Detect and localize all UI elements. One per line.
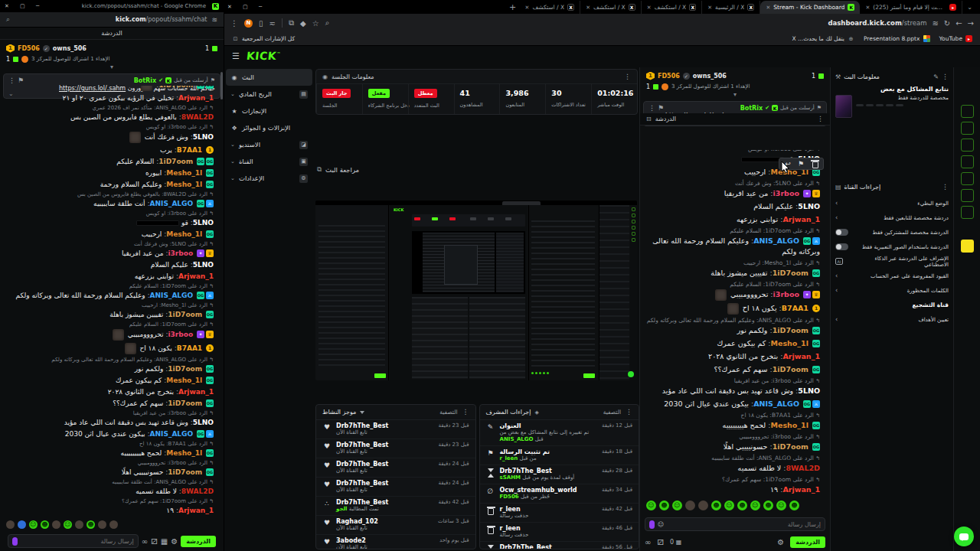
chat-message[interactable]: ⚔OG ANIS_ALGO: بيكون عندي عيال اثن 2030 <box>6 428 214 439</box>
chat-message[interactable]: الرد على i3rboo: من عيد افريقيا 5LNO: وش… <box>646 376 820 397</box>
bot-name[interactable]: BotRix <box>134 77 156 84</box>
chat-username[interactable]: i3rboo <box>168 249 194 257</box>
channel-action-item[interactable]: قناة التشجيع <box>835 298 949 312</box>
message-input[interactable] <box>21 538 134 545</box>
stream-tag[interactable] <box>876 104 884 106</box>
chat-message[interactable]: OG Mesho_1l: ابيوره <box>6 167 214 178</box>
leaderboard-user-1[interactable]: FD506 <box>658 73 680 80</box>
kick-logo[interactable]: KICK™ <box>246 50 281 62</box>
sidebar-item[interactable]: الإنزالات و الجوائز <box>226 119 312 136</box>
mod-action-target[interactable]: r_leen <box>500 525 597 532</box>
tab-close-icon[interactable]: ✕ <box>647 5 652 11</box>
activity-user[interactable]: Drb7hThe_Best <box>336 461 433 468</box>
chat-message[interactable]: الرد على i3rboo: او كويس 5LNO: قو <box>6 209 214 228</box>
channel-actions-menu-icon[interactable]: ⋮ <box>942 184 949 191</box>
chat-message[interactable]: Arjwan_1: توابني بزرعهه <box>6 270 214 282</box>
chat-username[interactable]: 8WAL2D <box>786 464 820 472</box>
chat-message[interactable]: الرد على i3rboo: او كويس 5LNO: وش فرعك أ… <box>6 122 214 144</box>
rail-icon-button[interactable] <box>961 172 974 185</box>
emote-icon[interactable]: ☻ <box>41 520 49 529</box>
chat-message[interactable]: الرد على ANIS_ALGO: وعليكم السلام ورحمة … <box>6 355 214 374</box>
activity-row[interactable]: Raghad_102 تابع القناة الآن قبل 3 ساعات <box>316 516 475 535</box>
channel-action-item[interactable]: الكلمات المحظورة › <box>835 283 949 298</box>
popout-url[interactable]: kick.com/popout/ssahm/chat <box>116 16 207 23</box>
activity-user[interactable]: Drb7hThe_Best <box>336 499 433 506</box>
browser-menu-icon[interactable]: ⋮ <box>230 19 238 28</box>
gift-leaderboard[interactable]: 1 FD506 ✓ owns_506 1 1 الإهداء 1 اشتراك … <box>0 40 224 72</box>
bookmark-item[interactable]: Presentation 8.pptx <box>864 35 930 42</box>
chat-username[interactable]: 1iD7oom <box>773 269 808 277</box>
chat-username[interactable]: Arjwan_1 <box>178 507 214 514</box>
channel-action-item[interactable]: الإشراف على الدردشة عبر الذكاء الاصطناعي… <box>835 254 949 269</box>
pin-message-icon[interactable]: ⚑ <box>797 160 805 168</box>
browser-tab[interactable]: ✕ (225) ما جلست إلا قيام وما أستر... <box>860 1 962 14</box>
activity-row[interactable]: Drb7hThe_Best تابع القناة الآن قبل 24 دق… <box>316 458 475 478</box>
chat-message[interactable]: Arjwan_1: بتخرج من الثانوي ٢٠٢٨ <box>646 350 820 363</box>
channel-action-item[interactable]: تعيين الأهداف › <box>835 312 949 327</box>
chat-message[interactable]: الرد على ANIS_ALGO: أنت طلقة سايبيبيه 8W… <box>646 453 820 474</box>
stream-preview[interactable]: KICK <box>315 201 637 380</box>
chat-message[interactable]: الرد على 5LNO: وش فرعك أنت ♛✦ i3rboo: من… <box>646 178 820 200</box>
chat-message[interactable]: الرد على 8WAL2D: بالعوفي يطلع فايروس من … <box>6 190 214 209</box>
mod-action-row[interactable]: r_leen حذفت رسالة قبل 46 دقيقة <box>480 523 639 542</box>
chat-username[interactable]: 5LNO <box>193 133 214 141</box>
chat-username[interactable]: Arjwan_1 <box>782 352 820 360</box>
rail-icon-button[interactable] <box>961 122 974 135</box>
stream-tag[interactable] <box>896 104 903 106</box>
emote-icon[interactable] <box>6 520 15 529</box>
chat-username[interactable]: 1iD7oom <box>168 468 202 476</box>
chat-message[interactable]: الرد على ANIS_ALGO: متأكد نمر اف 2026 عم… <box>6 103 214 122</box>
leaderboard-collapse-chevron[interactable]: ▾ <box>646 92 824 99</box>
chat-username[interactable]: 1iD7oom <box>168 365 202 373</box>
recent-emotes-row[interactable]: ☺☻☺☻☺☻☺☻☺☻ <box>640 499 830 511</box>
chat-message[interactable]: OG Mesho_1l: وعليكم السلام ورحمة <box>6 178 214 190</box>
page-url[interactable]: dashboard.kick.com/stream <box>828 19 926 27</box>
emote-icon[interactable]: ☻ <box>87 520 95 529</box>
chat-username[interactable]: ANIS_ALGO <box>150 430 194 438</box>
tab-close-icon[interactable]: ✕ <box>707 5 712 11</box>
mod-action-target[interactable]: Drb7hThe_Best <box>500 544 597 549</box>
clipboard-icon[interactable]: ⧉ <box>289 18 294 28</box>
mod-action-row[interactable]: Ocw_streamhub_world حُظر من قبل FD506 قب… <box>480 484 639 504</box>
activity-row[interactable]: Drb7hThe_Best تابع القناة الآن قبل 24 دق… <box>316 478 475 497</box>
pin-toggle-icon[interactable]: ⚑ <box>658 104 664 112</box>
browser-tab[interactable]: ✕ الرئيسية / X <box>702 1 760 14</box>
window-controls[interactable]: ✕ ▢ ─ <box>227 4 266 10</box>
sidebar-item[interactable]: ⌄ القناة <box>226 153 312 170</box>
sidebar-item[interactable]: ⌄ الإعدادات <box>226 170 312 187</box>
emote-icon[interactable]: ☺ <box>64 520 72 529</box>
rail-icon-button[interactable] <box>961 71 974 84</box>
activity-row[interactable]: Drb7hThe_Best تابع القناة الآن قبل 23 دق… <box>316 420 475 439</box>
gif-icon[interactable]: ∞ <box>142 537 148 546</box>
chat-username[interactable]: i3rboo <box>168 331 194 338</box>
chat-username[interactable]: ANIS_ALGO <box>150 200 194 207</box>
message-inputbox[interactable] <box>8 534 139 548</box>
reading-list-icon[interactable]: ▯ <box>259 19 263 28</box>
message-inputbox[interactable]: ☺ <box>645 517 825 531</box>
chat-username[interactable]: Arjwan_1 <box>782 485 820 494</box>
delete-message-icon[interactable] <box>810 160 818 168</box>
mod-action-row[interactable]: r_leen حذفت رسالة قبل 42 دقيقة <box>480 504 639 523</box>
tab-close-icon[interactable]: ✕ <box>525 5 530 11</box>
channel-action-item[interactable]: القيود المفروضة على عمر الحساب › <box>835 269 949 283</box>
mic-icon[interactable] <box>12 537 18 546</box>
popout-urlbar[interactable]: ⌕ kick.com/popout/ssahm/chat ≋ <box>0 12 224 28</box>
activity-row[interactable]: 3abode2 تابع القناة الآن قبل يوم واحد <box>316 535 475 549</box>
chat-username[interactable]: Mesho_1l <box>166 377 202 384</box>
forward-icon[interactable]: → <box>968 19 974 28</box>
session-menu-icon[interactable]: ⋮ <box>624 73 631 80</box>
chat-message[interactable]: OG Mesho_1l: ارحييب <box>6 228 214 240</box>
chat-message[interactable]: ⚔OG ANIS_ALGO: بيكون عندي عيال اثن 2030 <box>646 397 820 410</box>
tune-icon[interactable]: ≋ <box>211 16 217 24</box>
mod-action-row[interactable]: Drb7hThe_Best أوقف لمدة 10 دقائق من قبل … <box>480 542 639 549</box>
pin-toggle-icon[interactable]: ⚑ <box>18 77 24 84</box>
chat-message[interactable]: الرد على Mesho_1l: ارحييب OG 1iD7oom: تف… <box>646 258 820 279</box>
all-bookmarks-button[interactable]: كل الإشارات المرجعية ⊡ <box>232 35 295 42</box>
bookmark-star-icon[interactable]: ☆ <box>312 19 319 28</box>
mod-action-target[interactable]: r_leen <box>500 506 597 513</box>
emote-icon[interactable] <box>98 520 106 529</box>
dice-icon[interactable]: ⚂ <box>151 537 158 546</box>
chat-message[interactable]: 1 B7AA1: يرب <box>6 144 214 155</box>
chat-settings-icon[interactable]: ⚙ <box>171 537 178 546</box>
channel-action-item[interactable]: الدردشة مخصصة للمشتركين فقط <box>835 225 949 240</box>
